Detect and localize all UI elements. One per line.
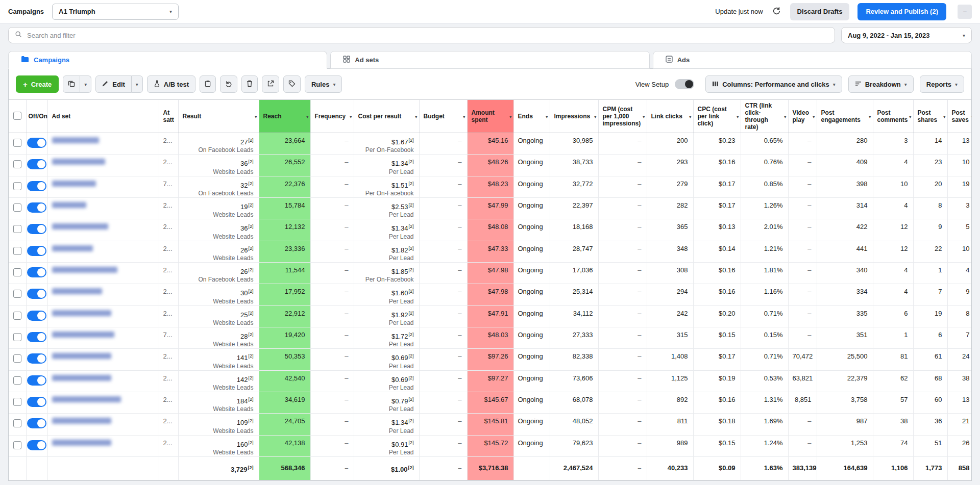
duplicate-dropdown[interactable]: ▾ (80, 75, 91, 93)
column-header-frequency[interactable]: Frequency▾ (310, 100, 354, 133)
chevron-down-icon[interactable]: ▾ (350, 113, 352, 120)
row-checkbox[interactable] (13, 203, 21, 212)
chevron-down-icon[interactable]: ▾ (255, 113, 257, 120)
row-checkbox[interactable] (13, 160, 21, 168)
undo-button[interactable] (220, 75, 237, 93)
row-checkbox[interactable] (13, 290, 21, 298)
ad-set-name-redacted[interactable] (52, 418, 111, 424)
columns-button[interactable]: Columns: Performance and clicks ▾ (705, 75, 842, 93)
ad-set-toggle[interactable] (27, 375, 46, 386)
column-header-reach[interactable]: Reach▾ (259, 100, 310, 133)
column-header-cost[interactable]: Cost per result▾ (354, 100, 419, 133)
ad-set-name-redacted[interactable] (52, 267, 117, 273)
row-checkbox[interactable] (13, 139, 21, 147)
column-header-impressions[interactable]: Impressions▾ (550, 100, 598, 133)
column-header-cpm[interactable]: CPM (cost per 1,000 impressions)▾ (598, 100, 647, 133)
chevron-down-icon[interactable]: ▾ (643, 113, 645, 120)
ad-set-name-redacted[interactable] (52, 396, 121, 402)
tab-ad-sets[interactable]: Ad sets (330, 51, 649, 69)
ad-set-name-redacted[interactable] (52, 375, 111, 381)
rules-button[interactable]: Rules ▾ (305, 75, 342, 93)
ad-set-toggle[interactable] (27, 418, 46, 428)
view-setup-toggle[interactable] (675, 79, 694, 89)
chevron-down-icon[interactable]: ▾ (869, 113, 871, 120)
clipboard-button[interactable] (200, 75, 216, 93)
create-button[interactable]: + Create (16, 75, 59, 93)
ad-set-toggle[interactable] (27, 353, 46, 364)
collapse-button[interactable]: − (958, 5, 972, 19)
column-header-select[interactable] (9, 100, 26, 133)
chevron-down-icon[interactable]: ▾ (943, 113, 946, 120)
ad-set-toggle[interactable] (27, 246, 46, 256)
edit-button[interactable]: Edit (95, 75, 132, 93)
ad-set-toggle[interactable] (27, 440, 46, 450)
column-header-ends[interactable]: Ends▾ (513, 100, 550, 133)
row-checkbox[interactable] (13, 376, 21, 385)
ad-set-toggle[interactable] (27, 224, 46, 234)
breakdown-button[interactable]: Breakdown ▾ (848, 75, 914, 93)
ad-set-name-redacted[interactable] (52, 202, 86, 208)
account-selector[interactable]: A1 Triumph ▾ (52, 4, 179, 20)
refresh-button[interactable] (771, 6, 782, 18)
column-header-ad_set[interactable]: Ad set (47, 100, 159, 133)
column-header-link_clicks[interactable]: Link clicks▾ (647, 100, 693, 133)
ad-set-name-redacted[interactable] (52, 245, 93, 251)
date-range-button[interactable]: Aug 9, 2022 - Jan 15, 2023 ▾ (841, 27, 972, 43)
chevron-down-icon[interactable]: ▾ (509, 113, 512, 120)
column-header-ctr[interactable]: CTR (link click-through rate)▾ (741, 100, 788, 133)
column-header-amount[interactable]: Amount spent▾ (467, 100, 513, 133)
row-checkbox[interactable] (13, 333, 21, 341)
ad-set-toggle[interactable] (27, 311, 46, 321)
ad-set-name-redacted[interactable] (52, 440, 111, 446)
search-box[interactable] (8, 27, 835, 43)
ad-set-toggle[interactable] (27, 202, 46, 213)
column-header-video_play[interactable]: Video play▾ (788, 100, 817, 133)
chevron-down-icon[interactable]: ▾ (909, 113, 912, 120)
export-button[interactable] (262, 75, 279, 93)
chevron-down-icon[interactable]: ▾ (594, 113, 597, 120)
chevron-down-icon[interactable]: ▾ (784, 113, 787, 120)
ad-set-toggle[interactable] (27, 138, 46, 148)
ad-set-name-redacted[interactable] (52, 310, 111, 316)
chevron-down-icon[interactable]: ▾ (546, 113, 548, 120)
ad-set-name-redacted[interactable] (52, 223, 108, 229)
row-checkbox[interactable] (13, 225, 21, 233)
ad-set-name-redacted[interactable] (52, 159, 105, 165)
column-header-post_saves[interactable]: Post saves▾ (947, 100, 971, 133)
row-checkbox[interactable] (13, 247, 21, 255)
row-checkbox[interactable] (13, 354, 21, 363)
edit-dropdown[interactable]: ▾ (132, 75, 143, 93)
chevron-down-icon[interactable]: ▾ (971, 113, 971, 120)
reports-button[interactable]: Reports ▾ (920, 75, 964, 93)
row-checkbox[interactable] (13, 419, 21, 427)
select-all-checkbox[interactable] (13, 112, 21, 120)
search-input[interactable] (26, 31, 828, 40)
review-publish-button[interactable]: Review and Publish (2) (857, 3, 946, 20)
ad-set-toggle[interactable] (27, 397, 46, 407)
chevron-down-icon[interactable]: ▾ (813, 113, 815, 120)
ad-set-toggle[interactable] (27, 181, 46, 191)
tab-ads[interactable]: Ads (653, 51, 972, 69)
chevron-down-icon[interactable]: ▾ (306, 113, 309, 120)
column-header-att[interactable]: At satt (159, 100, 178, 133)
row-checkbox[interactable] (13, 398, 21, 406)
tab-campaigns[interactable]: Campaigns (8, 51, 327, 69)
column-header-post_engagements[interactable]: Post engagements▾ (817, 100, 873, 133)
ad-set-toggle[interactable] (27, 267, 46, 277)
chevron-down-icon[interactable]: ▾ (737, 113, 739, 120)
chevron-down-icon[interactable]: ▾ (463, 113, 465, 120)
ad-set-name-redacted[interactable] (52, 288, 102, 294)
delete-button[interactable] (241, 75, 258, 93)
column-header-result[interactable]: Result▾ (178, 100, 259, 133)
ad-set-name-redacted[interactable] (52, 331, 114, 338)
row-checkbox[interactable] (13, 182, 21, 190)
ab-test-button[interactable]: A/B test (147, 75, 195, 93)
ad-set-toggle[interactable] (27, 289, 46, 299)
chevron-down-icon[interactable]: ▾ (689, 113, 692, 120)
ad-set-name-redacted[interactable] (52, 353, 111, 359)
row-checkbox[interactable] (13, 312, 21, 320)
row-checkbox[interactable] (13, 268, 21, 276)
column-header-cpc[interactable]: CPC (cost per link click)▾ (693, 100, 741, 133)
row-checkbox[interactable] (13, 441, 21, 449)
duplicate-button[interactable] (63, 75, 80, 93)
